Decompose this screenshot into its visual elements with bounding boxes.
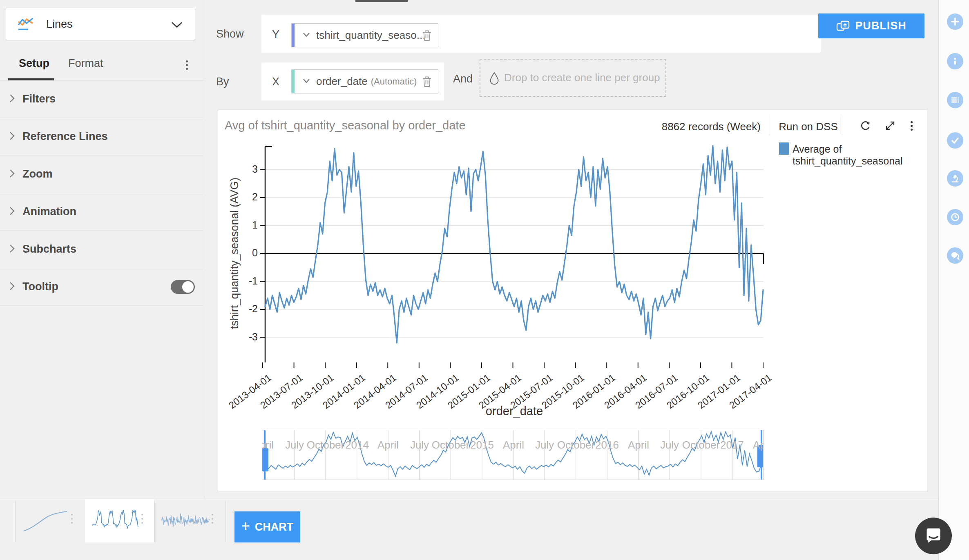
thumbnail-kebab-icon[interactable] bbox=[71, 511, 73, 526]
drop-hint-text: Drop to create one line per group bbox=[504, 71, 660, 84]
minichart-label: 2014 bbox=[345, 439, 369, 451]
chevron-down-icon[interactable] bbox=[302, 78, 310, 85]
top-progress-bar bbox=[355, 0, 408, 2]
minichart-label: July bbox=[535, 439, 554, 451]
minichart-label: April bbox=[628, 439, 649, 451]
minichart-label: 2015 bbox=[470, 439, 494, 451]
chevron-right-icon bbox=[9, 206, 15, 218]
x-axis-title: order_date bbox=[265, 404, 764, 418]
y-axis-tick-label: 0 bbox=[233, 247, 258, 259]
microscope-icon[interactable] bbox=[947, 170, 963, 187]
chart-card: Avg of tshirt_quantity_seasonal by order… bbox=[218, 109, 927, 492]
minichart-label: April bbox=[503, 439, 524, 451]
minichart-label: July bbox=[410, 439, 429, 451]
info-icon[interactable] bbox=[947, 53, 963, 69]
tab-setup[interactable]: Setup bbox=[19, 57, 49, 70]
y-axis-tick-label: -2 bbox=[233, 303, 258, 315]
minichart-brush[interactable]: AprilJulyOctober2014AprilJulyOctober2015… bbox=[262, 430, 764, 480]
records-count: 8862 records (Week) bbox=[662, 120, 761, 133]
clock-icon[interactable] bbox=[947, 209, 963, 225]
publish-button[interactable]: PUBLISH bbox=[818, 13, 924, 38]
help-chat-button[interactable] bbox=[915, 518, 952, 554]
tooltip-toggle[interactable] bbox=[171, 280, 195, 294]
chart-title: Avg of tshirt_quantity_seasonal by order… bbox=[225, 119, 466, 132]
sidebar-item-reference-lines[interactable]: Reference Lines bbox=[0, 118, 204, 156]
lines-chart-icon bbox=[16, 15, 36, 33]
right-toolbar bbox=[938, 0, 969, 560]
minichart-label: July bbox=[285, 439, 304, 451]
discussions-icon[interactable] bbox=[947, 247, 963, 264]
minichart-label: April bbox=[377, 439, 399, 451]
chart-thumbnail-3[interactable] bbox=[154, 499, 226, 542]
chart-type-label: Lines bbox=[46, 18, 73, 31]
minichart-label: 2016 bbox=[595, 439, 619, 451]
legend: Average of tshirt_quantity_seasonal bbox=[779, 142, 927, 167]
trash-icon[interactable] bbox=[422, 29, 432, 43]
y-axis-tick-label: 2 bbox=[233, 191, 258, 203]
add-chart-button[interactable]: + CHART bbox=[234, 511, 300, 542]
minichart-label: October bbox=[682, 439, 720, 451]
publish-icon bbox=[836, 20, 850, 32]
measure-accent-bar bbox=[292, 24, 295, 47]
chevron-right-icon bbox=[9, 131, 15, 143]
trash-icon[interactable] bbox=[422, 76, 432, 89]
minichart-label: October bbox=[432, 439, 470, 451]
thumbnail-kebab-icon[interactable] bbox=[212, 511, 213, 526]
chart-type-selector[interactable]: Lines bbox=[6, 8, 195, 40]
y-axis-tick-label: 3 bbox=[233, 163, 258, 175]
minichart-label: 2017 bbox=[720, 439, 744, 451]
minichart-label: October bbox=[557, 439, 595, 451]
sidebar-item-filters[interactable]: Filters bbox=[0, 80, 204, 118]
chart-kebab-icon[interactable] bbox=[911, 120, 913, 132]
by-label: By bbox=[216, 76, 229, 88]
y-field-pill[interactable]: tshirt_quantity_seaso... bbox=[291, 23, 438, 47]
run-on-dss-button[interactable]: Run on DSS bbox=[779, 120, 838, 133]
add-icon[interactable] bbox=[947, 13, 963, 30]
minichart-plot bbox=[262, 430, 764, 480]
plus-icon: + bbox=[241, 518, 250, 535]
group-drop-zone[interactable]: Drop to create one line per group bbox=[480, 59, 666, 97]
x-field-pill[interactable]: order_date (Automatic) bbox=[291, 69, 438, 93]
minichart-label: July bbox=[660, 439, 679, 451]
sidebar: Lines Setup Format Filters Reference Lin… bbox=[0, 0, 204, 499]
sidebar-item-zoom[interactable]: Zoom bbox=[0, 156, 204, 193]
y-axis-tick-label: -3 bbox=[233, 331, 258, 343]
sidebar-sections: Filters Reference Lines Zoom Animation S… bbox=[0, 80, 204, 306]
show-label: Show bbox=[216, 28, 244, 40]
chevron-right-icon bbox=[9, 281, 15, 293]
chevron-down-icon[interactable] bbox=[302, 32, 310, 39]
refresh-icon[interactable] bbox=[859, 119, 873, 134]
chevron-right-icon bbox=[9, 168, 15, 180]
sidebar-tabs: Setup Format bbox=[0, 49, 204, 80]
chart-thumbnail-1[interactable] bbox=[16, 499, 85, 542]
thumbnail-kebab-icon[interactable] bbox=[141, 511, 143, 526]
and-label: And bbox=[453, 73, 473, 85]
chat-bubble-icon bbox=[924, 526, 943, 546]
droplet-icon bbox=[489, 72, 499, 87]
chart-tabs-strip bbox=[0, 499, 938, 542]
tab-format[interactable]: Format bbox=[68, 57, 103, 70]
sidebar-item-subcharts[interactable]: Subcharts bbox=[0, 231, 204, 268]
y-field-name: tshirt_quantity_seaso... bbox=[316, 29, 425, 42]
add-chart-label: CHART bbox=[255, 521, 294, 533]
list-icon[interactable] bbox=[947, 92, 963, 108]
sidebar-item-animation[interactable]: Animation bbox=[0, 193, 204, 231]
legend-swatch bbox=[779, 142, 789, 155]
sidebar-kebab-icon[interactable] bbox=[186, 59, 188, 71]
dimension-accent-bar bbox=[292, 70, 295, 93]
chart-thumbnail-2-selected[interactable] bbox=[85, 499, 154, 542]
x-field-name: order_date bbox=[316, 75, 368, 88]
minichart-label: April bbox=[262, 439, 274, 451]
chevron-right-icon bbox=[9, 243, 15, 256]
legend-label: Average of tshirt_quantity_seasonal bbox=[793, 143, 927, 167]
y-axis-letter: Y bbox=[272, 28, 279, 41]
check-icon[interactable] bbox=[947, 132, 963, 149]
header-separator bbox=[843, 115, 843, 135]
expand-icon[interactable] bbox=[883, 119, 897, 134]
x-axis-letter: X bbox=[272, 76, 279, 88]
chevron-right-icon bbox=[9, 93, 15, 105]
chevron-down-icon bbox=[170, 21, 183, 30]
header-separator bbox=[770, 115, 770, 135]
minichart-label: April bbox=[753, 439, 764, 451]
sidebar-item-tooltip[interactable]: Tooltip bbox=[0, 268, 204, 306]
